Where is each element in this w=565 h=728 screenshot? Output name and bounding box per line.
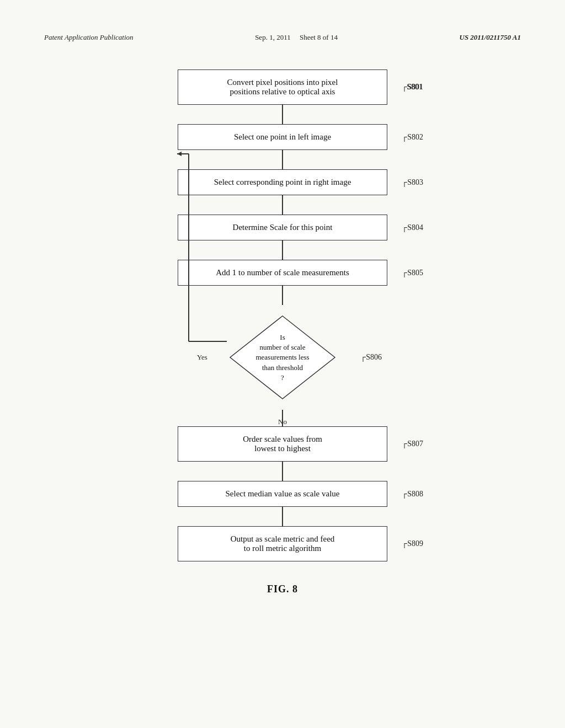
header-date-sheet: Sep. 1, 2011 Sheet 8 of 14 [255,33,338,42]
step-s805: Add 1 to number of scale measurements [178,260,387,286]
step-s802: Select one point in left image [178,124,387,150]
step-s809-wrapper: Output as scale metric and feedto roll m… [178,526,387,561]
step-s801: Convert pixel positions into pixelpositi… [178,69,387,105]
s804-label: ┌S804 [402,223,423,232]
connector-8 [282,507,283,526]
s808-label: ┌S808 [402,490,423,499]
s805-label: ┌S805 [402,269,423,277]
connector-1 [282,105,283,124]
no-label: No [278,417,287,426]
yes-label: Yes [197,353,207,362]
header-sheet: Sheet 8 of 14 [300,33,338,41]
page: Patent Application Publication Sep. 1, 2… [0,0,565,728]
step-s802-wrapper: Select one point in left image ┌S802 [178,124,387,150]
step-s807-wrapper: Order scale values fromlowest to highest… [178,426,387,462]
connector-3 [282,195,283,215]
page-header: Patent Application Publication Sep. 1, 2… [44,33,521,42]
figure-label: FIG. 8 [44,584,521,595]
step-s808-wrapper: Select median value as scale value ┌S808 [178,481,387,507]
header-date: Sep. 1, 2011 [255,33,291,41]
s801-label: ┌S801 [402,83,423,92]
s806-label: ┌S806 [360,353,382,362]
step-s801-wrapper: Convert pixel positions into pixelpositi… [178,69,387,105]
header-patent-number: US 2011/0211750 A1 [460,33,521,42]
step-s807: Order scale values fromlowest to highest [178,426,387,462]
connector-2 [282,150,283,169]
s809-label: ┌S809 [402,539,423,548]
step-s804: Determine Scale for this point [178,215,387,240]
step-s805-wrapper: Add 1 to number of scale measurements ┌S… [178,260,387,286]
step-s804-wrapper: Determine Scale for this point ┌S804 [178,215,387,240]
s807-label: ┌S807 [402,440,423,448]
s803-label: ┌S803 [402,178,423,187]
flowchart: Convert pixel positions into pixelpositi… [111,69,454,561]
step-s808: Select median value as scale value [178,481,387,507]
connector-5 [282,286,283,305]
step-s806-wrapper: Isnumber of scalemeasurements lessthan t… [111,305,454,410]
step-s803: Select corresponding point in right imag… [178,169,387,195]
header-publication: Patent Application Publication [44,33,134,42]
s802-label: ┌S802 [402,133,423,142]
diamond-text: Isnumber of scalemeasurements lessthan t… [247,333,318,383]
connector-7 [282,462,283,481]
step-s806-diamond: Isnumber of scalemeasurements lessthan t… [227,313,338,402]
step-s803-wrapper: Select corresponding point in right imag… [178,169,387,195]
step-s809: Output as scale metric and feedto roll m… [178,526,387,561]
connector-4 [282,240,283,260]
